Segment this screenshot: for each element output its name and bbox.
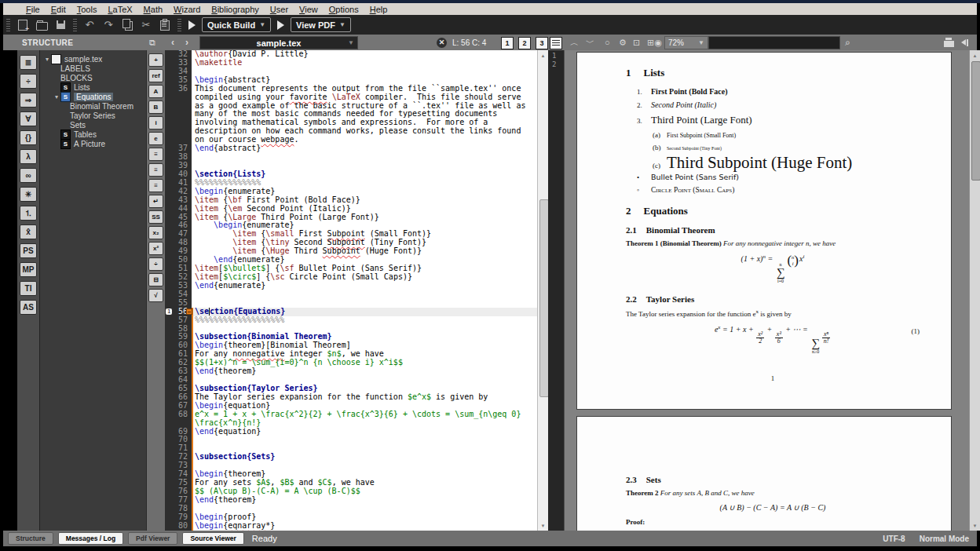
code-line-38[interactable]: 38 <box>165 153 537 162</box>
search-icon[interactable]: ⌕ <box>845 35 850 50</box>
accents-tab[interactable]: x̂ <box>20 224 37 239</box>
presentation-eye-icon[interactable]: ◉ <box>655 35 663 50</box>
scroll-down-icon[interactable]: ▼ <box>539 521 547 530</box>
pdf-search-input[interactable] <box>708 36 840 49</box>
menu-latex[interactable]: LaTeX <box>102 5 137 14</box>
tree-expand-arrow[interactable]: ▾ <box>43 56 51 63</box>
mode-indicator[interactable]: Normal Mode <box>920 535 969 543</box>
code-line-54[interactable]: 54 <box>165 290 537 299</box>
copy-button[interactable] <box>119 18 136 32</box>
code-line-69[interactable]: 69\end{equation} <box>165 428 537 436</box>
open-file-button[interactable] <box>33 18 50 32</box>
fold-marker[interactable] <box>186 308 192 315</box>
paste-button[interactable] <box>156 18 174 32</box>
superscript-button[interactable]: x² <box>148 242 163 255</box>
code-line-53[interactable]: 53\end{enumerate} <box>165 282 537 290</box>
pdf-page-list[interactable]: 12 <box>548 50 564 531</box>
ams-tab[interactable]: AS <box>20 300 37 315</box>
source-editor[interactable]: 32\author{David P. Little}33\maketitle34… <box>165 50 537 531</box>
menu-bibliography[interactable]: Bibliography <box>206 5 265 14</box>
math-operators-tab[interactable]: ÷ <box>20 74 37 89</box>
insert-include-button[interactable]: + <box>148 53 163 67</box>
bold-button[interactable]: B <box>148 100 163 114</box>
statusbar-tab-source-viewer[interactable]: Source Viewer <box>182 532 243 545</box>
redo-button[interactable]: ↷ <box>100 18 117 32</box>
detach-panel-icon[interactable]: ⧉ <box>149 35 155 50</box>
new-file-button[interactable]: + <box>14 18 31 32</box>
single-page-mode-button[interactable]: 1 <box>501 37 514 49</box>
scroll-up-icon[interactable]: ▲ <box>971 51 979 60</box>
code-line-57[interactable]: 57%%%%%%%%%%%%%%%%%%% <box>165 316 537 325</box>
scroll-down-icon[interactable]: ▼ <box>971 521 979 530</box>
menu-edit[interactable]: Edit <box>46 5 71 14</box>
menu-user[interactable]: User <box>265 5 294 14</box>
sqrt-button[interactable]: √ <box>148 289 163 302</box>
metapost-tab[interactable]: MP <box>20 262 37 277</box>
print-button[interactable] <box>944 35 954 50</box>
subscript-button[interactable]: x₂ <box>148 226 163 239</box>
menu-wizard[interactable]: Wizard <box>168 5 206 14</box>
menu-options[interactable]: Options <box>324 5 364 14</box>
misc-symbols-tab[interactable]: ✳ <box>20 187 37 202</box>
menu-math[interactable]: Math <box>138 5 168 14</box>
menu-tools[interactable]: Tools <box>71 5 103 14</box>
pdf-scrollbar[interactable]: ▲ ▼ <box>969 50 980 531</box>
delimiters-tab[interactable]: {} <box>20 130 37 145</box>
menu-view[interactable]: View <box>294 5 324 14</box>
pdf-scrollbar-thumb[interactable] <box>971 61 980 181</box>
arrows-tab[interactable]: ⇒ <box>20 93 37 108</box>
quantifiers-tab[interactable]: ∀ <box>20 111 37 126</box>
zoom-settings-icon[interactable]: ⚙ <box>619 35 627 50</box>
close-document-button[interactable]: ✕ <box>437 35 447 50</box>
code-line-72[interactable]: 72\subsection{Sets} <box>165 453 537 462</box>
structure-item-labels[interactable]: LABELS <box>40 64 146 73</box>
align-left-button[interactable]: ≡ <box>148 148 163 161</box>
structure-item-blocks[interactable]: BLOCKS <box>40 73 146 82</box>
view-pdf-button[interactable]: View PDF ▼ <box>291 17 351 32</box>
structure-item-a-picture[interactable]: SA Picture <box>40 139 146 148</box>
structure-item-lists[interactable]: SLists <box>40 82 146 92</box>
structure-item-sample-tex[interactable]: ▾sample.tex <box>40 54 146 64</box>
page-list-toggle-button[interactable] <box>550 37 562 49</box>
cut-button[interactable]: ✂ <box>137 18 155 32</box>
view-run-icon[interactable] <box>277 20 284 30</box>
open-file-selector[interactable]: sample.tex ▼ <box>199 36 358 49</box>
ps-symbols-tab[interactable]: PS <box>20 243 37 258</box>
statusbar-tab-messages-log[interactable]: Messages / Log <box>58 532 123 545</box>
scroll-up-icon[interactable]: ▲ <box>539 51 547 60</box>
code-line-70[interactable]: 70 <box>165 436 537 444</box>
structure-item-sets[interactable]: Sets <box>40 120 146 130</box>
page-list-entry[interactable]: 2 <box>552 60 564 69</box>
external-viewer-icon[interactable]: ⊞ <box>647 35 654 50</box>
dfrac-button[interactable]: ⊟ <box>148 273 163 286</box>
greek-tab[interactable]: λ <box>20 149 37 164</box>
insert-ref-button[interactable]: ref <box>148 69 163 82</box>
insert-label-button[interactable]: A <box>148 85 163 98</box>
zoom-level-selector[interactable]: 72% ▼ <box>664 36 708 49</box>
bookmark-badge[interactable]: 1 <box>166 308 172 315</box>
save-file-button[interactable] <box>52 18 69 32</box>
collapse-viewer-icon[interactable] <box>961 35 968 50</box>
build-run-icon[interactable] <box>188 20 196 30</box>
menu-help[interactable]: Help <box>364 5 393 14</box>
emphasis-button[interactable]: e <box>148 132 163 145</box>
grid-page-mode-button[interactable]: 3 <box>536 37 548 49</box>
next-page-button[interactable]: ﹀ <box>586 35 594 50</box>
align-center-button[interactable]: ≡ <box>148 163 163 177</box>
encoding-indicator[interactable]: UTF-8 <box>883 535 905 543</box>
fraction-button[interactable]: ÷ <box>148 257 163 271</box>
newline-button[interactable]: ↵ <box>148 195 163 208</box>
editor-scrollbar[interactable]: ▲ ▼ <box>537 50 549 531</box>
tipa-tab[interactable]: TI <box>20 281 37 296</box>
code-line-37[interactable]: 37\end{abstract} <box>165 144 537 153</box>
previous-page-button[interactable]: ︿ <box>570 35 579 50</box>
menu-file[interactable]: File <box>20 5 46 14</box>
misc-math-tab[interactable]: ∞ <box>20 168 37 183</box>
structure-item-binomial-theorem[interactable]: Binomial Theorem <box>40 101 146 111</box>
pdf-preview-panel[interactable]: 1Lists 1.First Point (Bold Face)2.Second… <box>564 50 970 531</box>
next-document-button[interactable]: › <box>185 35 188 50</box>
statusbar-tab-pdf-viewer[interactable]: Pdf Viewer <box>128 532 177 545</box>
quick-build-button[interactable]: Quick Build ▼ <box>202 17 271 32</box>
structure-item-taylor-series[interactable]: Taylor Series <box>40 111 146 120</box>
original-size-icon[interactable]: ○ <box>605 35 610 50</box>
